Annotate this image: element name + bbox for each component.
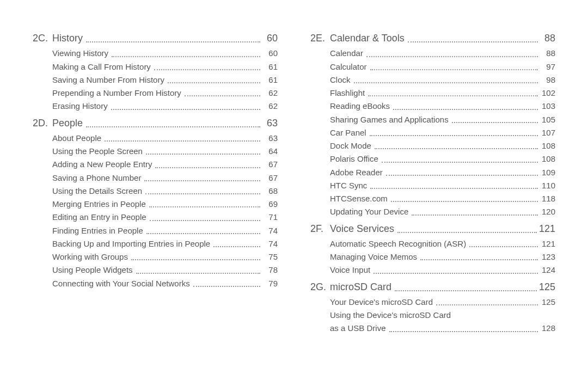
toc-entry-page: 109 — [540, 167, 555, 178]
toc-entry-label[interactable]: Using People Widgets — [52, 265, 133, 275]
toc-entry-label[interactable]: Merging Entries in People — [52, 199, 146, 210]
toc-entry-label[interactable]: Automatic Speech Recognition (ASR) — [330, 238, 466, 249]
toc-entry-label[interactable]: Working with Groups — [52, 252, 128, 262]
toc-entry-label[interactable]: Prepending a Number From History — [52, 88, 181, 99]
dot-leader — [420, 255, 538, 261]
dot-leader — [469, 242, 538, 248]
dot-leader — [370, 183, 538, 189]
toc-section-id: 2G. — [310, 280, 330, 293]
toc-entry-label[interactable]: Sharing Games and Applications — [330, 114, 449, 125]
toc-section-title[interactable]: History — [52, 32, 83, 45]
toc-entry-label[interactable]: Using the People Screen — [52, 146, 143, 157]
toc-entry: HTC Sync110 — [310, 180, 555, 191]
toc-entry: Dock Mode108 — [310, 140, 555, 151]
toc-section-title[interactable]: People — [52, 117, 83, 130]
toc-entry-label[interactable]: Saving a Number From History — [52, 75, 164, 85]
dot-leader — [436, 300, 538, 306]
toc-entry-label[interactable]: Viewing History — [52, 48, 108, 59]
dot-leader — [86, 120, 260, 127]
toc-entry: Editing an Entry in People71 — [33, 212, 278, 223]
toc-entry-page: 124 — [540, 265, 555, 275]
toc-entry-page: 60 — [262, 48, 278, 59]
toc-entry: Car Panel107 — [310, 127, 555, 138]
toc-entry-label[interactable]: HTC Sync — [330, 180, 367, 191]
toc-entry: Updating Your Device120 — [310, 206, 555, 217]
toc-entry-label[interactable]: Adobe Reader — [330, 167, 383, 178]
dot-leader — [370, 131, 538, 137]
dot-leader — [395, 284, 537, 291]
toc-entry-label[interactable]: About People — [52, 133, 101, 144]
dot-leader — [375, 144, 538, 150]
toc-entry-label[interactable]: Flashlight — [330, 88, 365, 99]
toc-entry-page: 108 — [540, 140, 555, 151]
dot-leader — [386, 170, 538, 176]
toc-entry-label[interactable]: Connecting with Your Social Networks — [52, 278, 190, 289]
dot-leader — [389, 326, 538, 332]
toc-entry: Reading eBooks103 — [310, 101, 555, 112]
dot-leader — [370, 64, 538, 70]
toc-entry: Using People Widgets78 — [33, 265, 278, 275]
toc-entry: Saving a Number From History61 — [33, 75, 278, 85]
toc-section-page: 121 — [539, 222, 555, 235]
toc-entry: Backing Up and Importing Entries in Peop… — [33, 238, 278, 249]
toc-entry-label[interactable]: Updating Your Device — [330, 206, 408, 217]
toc-entry-label[interactable]: Reading eBooks — [330, 101, 390, 112]
dot-leader — [366, 51, 538, 57]
dot-leader — [408, 36, 538, 43]
dot-leader — [412, 210, 538, 216]
dot-leader — [452, 117, 538, 123]
dot-leader — [391, 197, 538, 203]
toc-entry-page: 123 — [540, 252, 555, 262]
toc-entry-page: 62 — [262, 88, 278, 99]
toc-section-title[interactable]: Calendar & Tools — [330, 32, 405, 45]
toc-entry-label[interactable]: Dock Mode — [330, 140, 371, 151]
toc-section: 2D.People63 — [33, 117, 278, 130]
toc-entry-label[interactable]: Using the Device's microSD Card — [330, 310, 451, 321]
toc-entry-label[interactable]: Voice Input — [330, 265, 370, 275]
toc-entry-page: 102 — [540, 88, 555, 99]
toc-entry: Using the Device's microSD Card — [310, 310, 555, 321]
toc-entry-label[interactable]: Clock — [330, 75, 351, 85]
toc-entry-label[interactable]: as a USB Drive — [330, 323, 386, 334]
toc-entry-label[interactable]: Calculator — [330, 62, 367, 72]
toc-section: 2E.Calendar & Tools88 — [310, 32, 555, 45]
toc-entry-page: 74 — [262, 225, 278, 236]
toc-entry-page: 67 — [262, 159, 278, 170]
toc-entry-label[interactable]: Adding a New People Entry — [52, 159, 152, 170]
toc-section-title[interactable]: microSD Card — [330, 280, 391, 293]
toc-section-title[interactable]: Voice Services — [330, 222, 394, 235]
toc-entry-page: 62 — [262, 101, 278, 112]
dot-leader — [168, 78, 260, 84]
toc-entry-label[interactable]: Finding Entries in People — [52, 225, 143, 236]
toc-entry: Clock98 — [310, 75, 555, 85]
toc-entry: Connecting with Your Social Networks79 — [33, 278, 278, 289]
toc-entry-page: 121 — [540, 238, 555, 249]
toc-section-id: 2F. — [310, 222, 330, 235]
toc-entry-page: 118 — [540, 193, 555, 204]
toc-entry-label[interactable]: Managing Voice Memos — [330, 252, 417, 262]
toc-entry-label[interactable]: Editing an Entry in People — [52, 212, 146, 223]
toc-section-page: 88 — [540, 32, 555, 45]
toc-entry-label[interactable]: Making a Call From History — [52, 62, 151, 72]
toc-entry-page: 78 — [262, 265, 278, 275]
toc-entry-label[interactable]: Car Panel — [330, 127, 366, 138]
toc-entry-label[interactable]: Your Device's microSD Card — [330, 297, 433, 308]
dot-leader — [213, 242, 260, 248]
toc-section-page: 125 — [539, 280, 555, 293]
toc-entry-label[interactable]: Polaris Office — [330, 154, 378, 164]
toc-section-id: 2C. — [33, 32, 52, 45]
toc-entry-label[interactable]: Saving a Phone Number — [52, 173, 141, 183]
dot-leader — [111, 104, 260, 110]
toc-entry-page: 88 — [540, 48, 555, 59]
toc-entry-label[interactable]: Backing Up and Importing Entries in Peop… — [52, 238, 210, 249]
toc-entry-label[interactable]: Erasing History — [52, 101, 108, 112]
toc-entry: Voice Input124 — [310, 265, 555, 275]
toc-entry-page: 61 — [262, 62, 278, 72]
toc-entry-label[interactable]: HTCSense.com — [330, 193, 388, 204]
toc-entry-page: 120 — [540, 206, 555, 217]
toc-entry-label[interactable]: Calendar — [330, 48, 363, 59]
dot-leader — [149, 202, 260, 208]
dot-leader — [150, 215, 260, 221]
toc-entry-label[interactable]: Using the Details Screen — [52, 186, 142, 197]
toc-entry-page: 68 — [262, 186, 278, 197]
